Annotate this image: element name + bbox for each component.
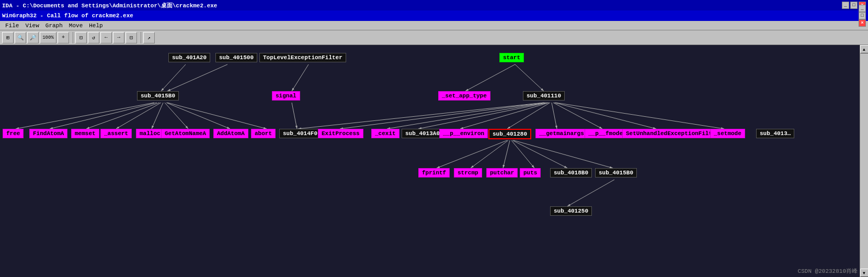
menu-bar: File View Graph Move Help bbox=[0, 21, 868, 30]
svg-line-29 bbox=[512, 140, 567, 168]
tb-back[interactable]: ← bbox=[100, 32, 112, 43]
node-sub-401A20[interactable]: sub_401A20 bbox=[168, 53, 210, 62]
tb-forward[interactable]: → bbox=[113, 32, 124, 43]
node-putchar[interactable]: putchar bbox=[486, 168, 518, 178]
svg-line-5 bbox=[292, 64, 309, 91]
node-cexit[interactable]: _cexit bbox=[371, 129, 399, 138]
wg-minimize-btn[interactable]: _ bbox=[859, 5, 866, 12]
svg-line-2 bbox=[515, 64, 544, 91]
menu-view[interactable]: View bbox=[22, 23, 42, 29]
node-sub-401110[interactable]: sub_401110 bbox=[523, 91, 565, 101]
svg-line-30 bbox=[513, 140, 613, 168]
node-sub-4015B0-2[interactable]: sub_4015B0 bbox=[595, 168, 637, 178]
svg-line-15 bbox=[298, 103, 544, 129]
svg-line-24 bbox=[555, 103, 724, 129]
svg-line-21 bbox=[552, 103, 557, 129]
node-sub-401500[interactable]: sub_401500 bbox=[215, 53, 257, 62]
node-free[interactable]: free bbox=[3, 129, 24, 138]
wingraph-title-text: WinGraph32 - Call flow of crackme2.exe bbox=[2, 13, 858, 19]
wingraph-title-bar: WinGraph32 - Call flow of crackme2.exe _… bbox=[0, 10, 868, 21]
node-p-fmode[interactable]: __p__fmode bbox=[585, 129, 626, 138]
tb-center[interactable]: ⊡ bbox=[75, 32, 87, 43]
svg-line-25 bbox=[437, 140, 507, 168]
menu-graph[interactable]: Graph bbox=[42, 23, 66, 29]
node-assert[interactable]: _assert bbox=[100, 129, 132, 138]
wingraph-window-controls: _ □ × bbox=[858, 5, 866, 27]
graph-area[interactable]: sub_401A20 sub_401500 TopLevelExceptionF… bbox=[0, 45, 868, 277]
node-malloc[interactable]: malloc bbox=[136, 129, 164, 138]
tb-cursor[interactable]: ↗ bbox=[143, 32, 155, 43]
svg-line-1 bbox=[465, 64, 515, 91]
node-fprintf[interactable]: fprintf bbox=[418, 168, 450, 178]
svg-line-3 bbox=[161, 64, 186, 91]
node-sub-4013x[interactable]: sub_4013… bbox=[756, 129, 794, 138]
svg-line-31 bbox=[567, 180, 614, 206]
svg-line-10 bbox=[152, 103, 163, 129]
node-set-app-type[interactable]: _set_app_type bbox=[438, 91, 490, 101]
wg-maximize-btn[interactable]: □ bbox=[859, 12, 866, 19]
node-sub-4013A0[interactable]: sub_4013A0 bbox=[402, 129, 443, 138]
wg-close-btn[interactable]: × bbox=[859, 19, 866, 27]
svg-line-14 bbox=[292, 103, 297, 129]
svg-line-7 bbox=[50, 103, 157, 129]
menu-file[interactable]: File bbox=[2, 23, 22, 29]
tb-export[interactable]: ⊡ bbox=[125, 32, 137, 43]
node-start[interactable]: start bbox=[499, 53, 524, 62]
node-signal[interactable]: signal bbox=[272, 91, 300, 101]
node-SetUnhandledExceptionFilter[interactable]: SetUnhandledExceptionFilter bbox=[622, 129, 723, 138]
svg-line-27 bbox=[503, 140, 510, 168]
graph-svg bbox=[0, 45, 868, 277]
menu-move[interactable]: Move bbox=[66, 23, 86, 29]
svg-line-28 bbox=[511, 140, 534, 168]
node-TopLevelExceptionFilter[interactable]: TopLevelExceptionFilter bbox=[259, 53, 346, 62]
node-AddAtomA[interactable]: AddAtomA bbox=[213, 129, 248, 138]
node-GetAtomNameA[interactable]: GetAtomNameA bbox=[161, 129, 210, 138]
node-getmainargs[interactable]: __getmainargs bbox=[535, 129, 588, 138]
node-ExitProcess[interactable]: ExitProcess bbox=[318, 129, 363, 138]
tb-zoom-in[interactable]: 🔍 bbox=[15, 32, 26, 43]
node-sub-4014F0[interactable]: sub_4014F0 bbox=[279, 129, 321, 138]
tb-refresh[interactable]: ↺ bbox=[88, 32, 99, 43]
node-p-environ[interactable]: __p__environ bbox=[439, 129, 488, 138]
toolbar: ⊞ 🔍 🔎 100% + ⊡ ↺ ← → ⊡ ↗ bbox=[0, 30, 868, 45]
menu-help[interactable]: Help bbox=[86, 23, 106, 29]
svg-line-13 bbox=[167, 103, 267, 129]
node-sub-4018B0[interactable]: sub_4018B0 bbox=[550, 168, 592, 178]
ida-title-bar: IDA - C:\Documents and Settings\Administ… bbox=[0, 0, 868, 10]
scrollbar-right[interactable]: ▲ ▼ bbox=[860, 45, 868, 277]
tb-zoom-out[interactable]: 🔎 bbox=[27, 32, 39, 43]
svg-line-26 bbox=[471, 140, 508, 168]
svg-line-22 bbox=[553, 103, 602, 129]
watermark: CSDN @20232810肖峰 bbox=[798, 267, 858, 275]
svg-line-4 bbox=[167, 64, 227, 91]
tb-zoom-fit[interactable]: ⊞ bbox=[2, 32, 14, 43]
scroll-up-btn[interactable]: ▲ bbox=[860, 45, 869, 53]
tb-zoom-plus[interactable]: + bbox=[58, 32, 69, 43]
ida-title-text: IDA - C:\Documents and Settings\Administ… bbox=[2, 2, 842, 9]
ida-minimize-btn[interactable]: _ bbox=[842, 2, 849, 9]
svg-line-6 bbox=[16, 103, 154, 129]
node-sub-401280[interactable]: sub_401280 bbox=[488, 129, 531, 139]
node-puts[interactable]: puts bbox=[520, 168, 541, 178]
ida-maximize-btn[interactable]: □ bbox=[850, 2, 858, 9]
node-sub-401250[interactable]: sub_401250 bbox=[550, 206, 592, 216]
node-abort[interactable]: abort bbox=[251, 129, 276, 138]
node-memset[interactable]: memset bbox=[71, 129, 99, 138]
tb-zoom-100[interactable]: 100% bbox=[40, 32, 56, 43]
node-sub-4015B0[interactable]: sub_4015B0 bbox=[137, 91, 179, 101]
svg-line-12 bbox=[166, 103, 230, 129]
node-FindAtomA[interactable]: FindAtomA bbox=[29, 129, 67, 138]
node-setmode[interactable]: _setmode bbox=[710, 129, 745, 138]
toolbar-separator-2 bbox=[139, 32, 141, 43]
svg-line-17 bbox=[387, 103, 546, 129]
node-strcmp[interactable]: strcmp bbox=[454, 168, 482, 178]
toolbar-separator-1 bbox=[71, 32, 73, 43]
scroll-down-btn[interactable]: ▼ bbox=[860, 269, 869, 277]
